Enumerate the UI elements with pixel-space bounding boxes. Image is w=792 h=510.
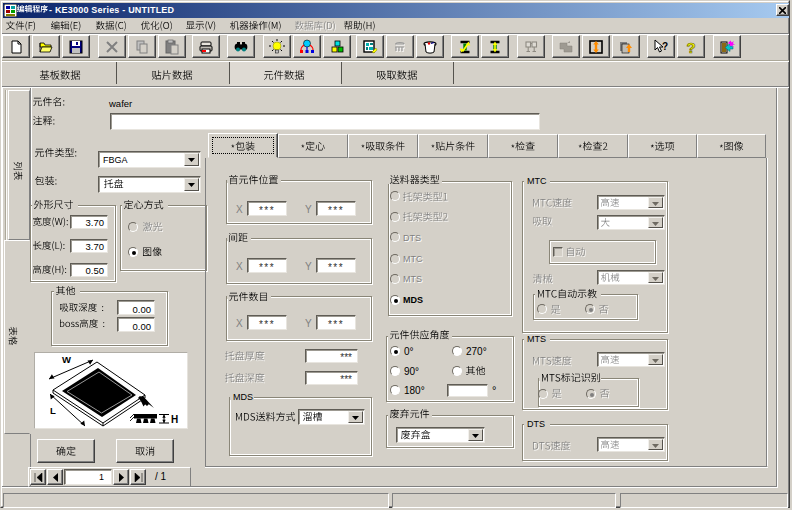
svg-text:W: W [62, 354, 71, 365]
svg-text:?: ? [662, 41, 668, 52]
svg-text:?: ? [687, 39, 696, 55]
svg-text:L: L [50, 405, 56, 416]
svg-text:H: H [171, 414, 178, 425]
